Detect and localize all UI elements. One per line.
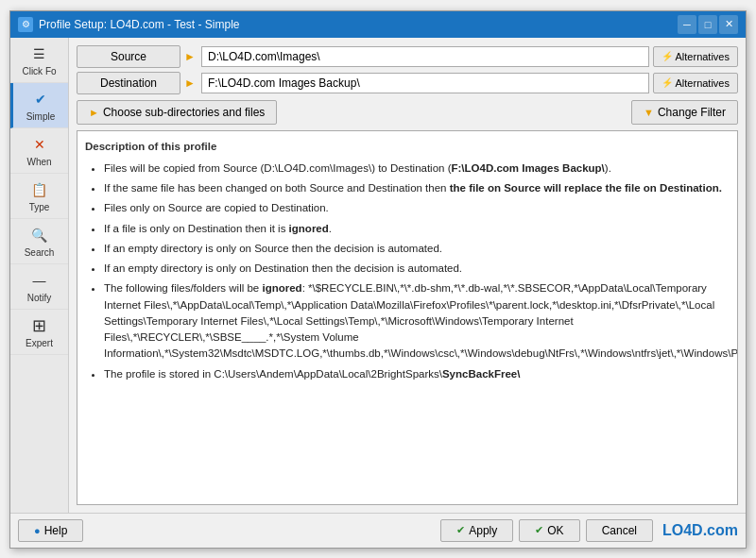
type-icon: 📋: [29, 179, 50, 200]
title-bar-controls: ─ □ ✕: [678, 15, 738, 34]
filter-icon: ▼: [644, 107, 654, 118]
filter-label: Change Filter: [658, 106, 726, 119]
ok-button[interactable]: ✔ OK: [519, 519, 579, 542]
destination-arrow: ►: [184, 76, 198, 90]
help-label: Help: [44, 524, 68, 537]
action-row: ► Choose sub-directories and files ▼ Cha…: [77, 100, 738, 125]
cancel-button[interactable]: Cancel: [586, 519, 653, 542]
sidebar-label-simple: Simple: [26, 111, 56, 122]
sidebar-item-expert[interactable]: ⊞ Expert: [10, 310, 68, 355]
list-item: The profile is stored in C:\Users\Andem\…: [104, 366, 730, 382]
list-item: If an empty directory is only on Destina…: [104, 261, 730, 277]
sidebar-label-clickfor: Click Fo: [22, 66, 56, 76]
sidebar-item-notify[interactable]: — Notify: [10, 264, 68, 310]
sidebar-item-simple[interactable]: ✔ Simple: [10, 83, 68, 128]
destination-button[interactable]: Destination: [77, 72, 180, 94]
source-alternatives-button[interactable]: ⚡ Alternatives: [653, 46, 738, 67]
dest-alt-icon: ⚡: [662, 77, 673, 88]
maximize-button[interactable]: □: [698, 15, 717, 34]
subdirs-label: Choose sub-directories and files: [103, 106, 265, 119]
sidebar-label-notify: Notify: [27, 293, 52, 303]
help-button[interactable]: ● Help: [18, 519, 83, 542]
sidebar-label-type: Type: [29, 202, 50, 212]
title-bar: ⚙ Profile Setup: LO4D.com - Test - Simpl…: [10, 11, 746, 38]
list-item: If the same file has been changed on bot…: [104, 180, 730, 196]
apply-icon: ✔: [456, 524, 465, 536]
sidebar-label-when: When: [26, 157, 51, 167]
subdirs-button[interactable]: ► Choose sub-directories and files: [77, 100, 277, 125]
source-input[interactable]: [201, 46, 649, 67]
source-row: Source ► ⚡ Alternatives: [77, 45, 738, 68]
apply-button[interactable]: ✔ Apply: [440, 519, 513, 542]
apply-label: Apply: [469, 524, 497, 537]
list-item: Files will be copied from Source (D:\LO4…: [104, 161, 730, 177]
dest-alt-label: Alternatives: [676, 77, 730, 89]
list-item: The following files/folders will be igno…: [104, 280, 730, 362]
sidebar-item-clickfor[interactable]: ☰ Click Fo: [10, 38, 68, 83]
title-bar-left: ⚙ Profile Setup: LO4D.com - Test - Simpl…: [18, 17, 240, 32]
sidebar-label-expert: Expert: [26, 338, 53, 348]
source-alt-icon: ⚡: [662, 51, 673, 61]
source-button[interactable]: Source: [77, 45, 180, 68]
field-group: Source ► ⚡ Alternatives Destination ► ⚡: [77, 45, 738, 94]
sidebar-item-when[interactable]: ✕ When: [10, 128, 68, 174]
description-list: Files will be copied from Source (D:\LO4…: [85, 161, 730, 382]
main-window: ⚙ Profile Setup: LO4D.com - Test - Simpl…: [9, 10, 747, 549]
description-title: Description of this profile: [85, 139, 730, 155]
sidebar-label-search: Search: [25, 247, 55, 258]
destination-alternatives-button[interactable]: ⚡ Alternatives: [653, 73, 738, 93]
list-item: Files only on Source are copied to Desti…: [104, 200, 730, 216]
source-arrow: ►: [184, 50, 198, 63]
filter-button[interactable]: ▼ Change Filter: [631, 100, 738, 125]
sidebar-item-type[interactable]: 📋 Type: [10, 174, 68, 219]
expert-icon: ⊞: [29, 315, 50, 336]
notify-icon: —: [29, 270, 50, 291]
cancel-label: Cancel: [602, 524, 637, 537]
list-item: If an empty directory is only on Source …: [104, 241, 730, 257]
window-title: Profile Setup: LO4D.com - Test - Simple: [39, 18, 240, 31]
app-icon: ⚙: [18, 17, 33, 32]
help-icon: ●: [34, 525, 41, 536]
minimize-button[interactable]: ─: [678, 15, 696, 34]
sidebar: ☰ Click Fo ✔ Simple ✕ When 📋 Type 🔍 Sear…: [10, 38, 69, 513]
sidebar-item-search[interactable]: 🔍 Search: [10, 219, 68, 264]
when-icon: ✕: [29, 134, 50, 155]
ok-label: OK: [547, 524, 563, 537]
search-icon: 🔍: [29, 225, 50, 245]
destination-row: Destination ► ⚡ Alternatives: [77, 72, 738, 94]
close-button[interactable]: ✕: [719, 15, 738, 34]
destination-input[interactable]: [201, 73, 649, 93]
content-area: ☰ Click Fo ✔ Simple ✕ When 📋 Type 🔍 Sear…: [10, 38, 746, 513]
clickfor-icon: ☰: [29, 43, 50, 64]
ok-icon: ✔: [535, 524, 543, 536]
bottom-bar: ● Help ✔ Apply ✔ OK Cancel LO4D.com: [10, 513, 746, 548]
list-item: If a file is only on Destination then it…: [104, 221, 730, 237]
simple-icon: ✔: [30, 89, 51, 110]
main-panel: Source ► ⚡ Alternatives Destination ► ⚡: [69, 38, 746, 513]
logo-text: LO4D.com: [662, 522, 738, 539]
description-box: Description of this profile Files will b…: [77, 130, 738, 505]
source-alt-label: Alternatives: [676, 51, 730, 62]
logo-area: LO4D.com: [662, 522, 738, 539]
subdirs-icon: ►: [89, 107, 99, 118]
